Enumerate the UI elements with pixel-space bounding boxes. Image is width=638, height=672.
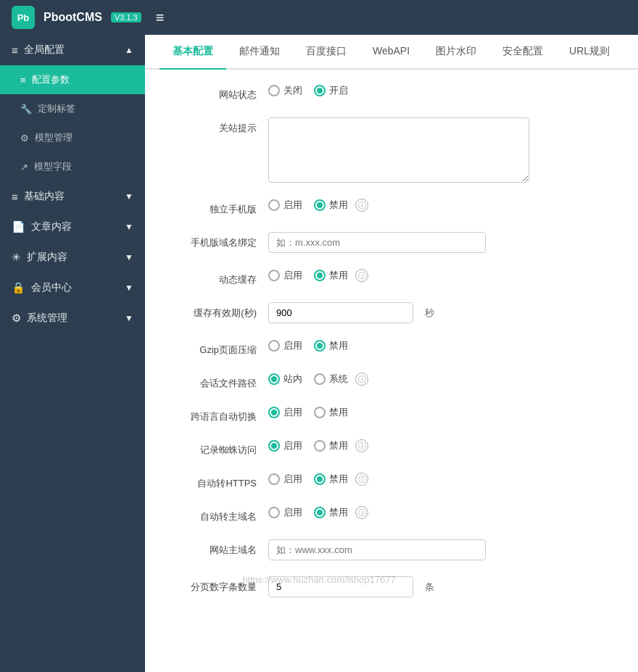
radio-circle-mobile-enable	[268, 199, 280, 211]
radio-mobile-enable[interactable]: 启用	[268, 199, 302, 212]
sidebar-header-global[interactable]: ≡ 全局配置 ▲	[0, 35, 145, 65]
radio-label-spider-disable: 禁用	[329, 439, 348, 452]
sidebar-item-custom-tags[interactable]: 🔧 定制标签	[0, 94, 145, 123]
sidebar-section-basic-label: 基础内容	[24, 190, 65, 203]
tab-url[interactable]: URL规则	[556, 35, 623, 70]
info-icon-cache[interactable]: ⓘ	[355, 269, 368, 282]
model-fields-icon: ↗	[20, 162, 28, 173]
menu-icon[interactable]: ≡	[156, 9, 165, 26]
sidebar-item-model-fields-label: 模型字段	[34, 160, 72, 173]
member-center-icon: 🔒	[12, 281, 25, 294]
info-icon-domain[interactable]: ⓘ	[355, 506, 368, 519]
system-mgmt-arrow: ▼	[125, 313, 133, 323]
row-page-size: 分页数字条数量 条	[167, 576, 616, 597]
basic-content-arrow: ▼	[125, 191, 133, 202]
radio-gzip-disable[interactable]: 禁用	[314, 339, 348, 352]
topbar: Pb PbootCMS V3.1.3 ≡	[0, 0, 638, 35]
radio-label-gzip-disable: 禁用	[329, 339, 348, 352]
radio-domain-disable[interactable]: 禁用	[314, 506, 348, 519]
label-site-domain: 网站主域名	[167, 539, 268, 557]
info-icon-session[interactable]: ⓘ	[355, 373, 368, 386]
tab-watermark[interactable]: 图片水印	[423, 35, 489, 70]
input-page-size[interactable]	[268, 576, 413, 597]
radio-group-mobile-version: 启用 禁用	[268, 199, 348, 212]
input-site-domain[interactable]	[268, 539, 486, 560]
sidebar-item-config-params-label: 配置参数	[32, 73, 70, 86]
textarea-close-tip[interactable]	[268, 117, 529, 183]
sidebar-item-model-fields[interactable]: ↗ 模型字段	[0, 152, 145, 181]
radio-circle-https-enable	[268, 473, 280, 485]
radio-session-system[interactable]: 系统	[314, 373, 348, 386]
radio-spider-enable[interactable]: 启用	[268, 439, 302, 452]
article-content-icon: 📄	[12, 220, 25, 233]
radio-cache-disable[interactable]: 禁用	[314, 269, 348, 282]
extend-content-icon: ✳	[12, 251, 21, 264]
tab-basic[interactable]: 基本配置	[160, 35, 226, 70]
radio-label-session-site: 站内	[283, 373, 302, 386]
radio-label-mobile-enable: 启用	[283, 199, 302, 212]
radio-site-close[interactable]: 关闭	[268, 84, 302, 97]
sidebar-item-config-params[interactable]: ≡ 配置参数	[0, 65, 145, 94]
label-auto-domain: 自动转主域名	[167, 506, 268, 523]
radio-circle-lang-enable	[268, 407, 280, 418]
radio-spider-disable[interactable]: 禁用	[314, 439, 348, 452]
info-icon-mobile[interactable]: ⓘ	[355, 199, 368, 212]
sidebar-section-extend-label: 扩展内容	[27, 251, 67, 264]
radio-label-https-enable: 启用	[283, 473, 302, 486]
input-cache-expire[interactable]	[268, 302, 413, 323]
row-mobile-domain: 手机版域名绑定	[167, 232, 616, 253]
tab-webapi[interactable]: WebAPI	[360, 35, 423, 70]
radio-circle-https-disable	[314, 473, 326, 485]
sidebar-section-basic: ≡ 基础内容 ▼	[0, 181, 145, 212]
control-close-tip	[268, 117, 616, 183]
radio-group-spider-log: 启用 禁用	[268, 439, 348, 452]
sidebar-header-system[interactable]: ⚙ 系统管理 ▼	[0, 303, 145, 333]
control-page-size: 条	[268, 576, 616, 597]
label-site-status: 网站状态	[167, 84, 268, 101]
radio-gzip-enable[interactable]: 启用	[268, 339, 302, 352]
brand-name: PbootCMS	[44, 11, 102, 24]
sidebar-section-global: ≡ 全局配置 ▲ ≡ 配置参数 🔧 定制标签 ⚙ 模型管理 ↗ 模型字段	[0, 35, 145, 181]
tabs-bar: 基本配置 邮件通知 百度接口 WebAPI 图片水印 安全配置 URL规则	[145, 35, 638, 70]
tab-baidu[interactable]: 百度接口	[293, 35, 360, 70]
radio-domain-enable[interactable]: 启用	[268, 506, 302, 519]
row-session-path: 会话文件路径 站内 系统 ⓘ	[167, 373, 616, 390]
sidebar-item-model-mgmt[interactable]: ⚙ 模型管理	[0, 123, 145, 152]
sidebar-header-basic[interactable]: ≡ 基础内容 ▼	[0, 181, 145, 212]
radio-lang-enable[interactable]: 启用	[268, 406, 302, 419]
radio-circle-lang-disable	[314, 407, 326, 418]
control-site-domain	[268, 539, 616, 560]
radio-lang-disable[interactable]: 禁用	[314, 406, 348, 419]
sidebar-section-article: 📄 文章内容 ▼	[0, 212, 145, 242]
radio-group-lang-switch: 启用 禁用	[268, 406, 348, 419]
tab-security[interactable]: 安全配置	[489, 35, 556, 70]
radio-circle-gzip-enable	[268, 340, 280, 352]
version-badge: V3.1.3	[111, 12, 141, 22]
radio-label-domain-enable: 启用	[283, 506, 302, 519]
radio-mobile-disable[interactable]: 禁用	[314, 199, 348, 212]
global-config-icon: ≡	[12, 44, 18, 57]
radio-label-open: 开启	[329, 84, 348, 97]
control-site-status: 关闭 开启	[268, 84, 616, 97]
input-mobile-domain[interactable]	[268, 232, 486, 253]
label-page-size: 分页数字条数量	[167, 576, 268, 594]
member-center-arrow: ▼	[125, 283, 133, 293]
tab-email[interactable]: 邮件通知	[226, 35, 293, 70]
sidebar-header-extend[interactable]: ✳ 扩展内容 ▼	[0, 242, 145, 273]
radio-circle-spider-enable	[268, 440, 280, 452]
radio-group-auto-domain: 启用 禁用	[268, 506, 348, 519]
radio-group-gzip: 启用 禁用	[268, 339, 348, 352]
info-icon-spider[interactable]: ⓘ	[355, 439, 368, 452]
radio-group-session-path: 站内 系统	[268, 373, 348, 386]
radio-cache-enable[interactable]: 启用	[268, 269, 302, 282]
radio-label-lang-enable: 启用	[283, 406, 302, 419]
info-icon-https[interactable]: ⓘ	[355, 473, 368, 486]
radio-https-disable[interactable]: 禁用	[314, 473, 348, 486]
radio-label-session-system: 系统	[329, 373, 348, 386]
sidebar-header-member[interactable]: 🔒 会员中心 ▼	[0, 273, 145, 303]
model-mgmt-icon: ⚙	[20, 133, 29, 144]
radio-https-enable[interactable]: 启用	[268, 473, 302, 486]
radio-site-open[interactable]: 开启	[314, 84, 348, 97]
radio-session-site[interactable]: 站内	[268, 373, 302, 386]
sidebar-header-article[interactable]: 📄 文章内容 ▼	[0, 212, 145, 242]
